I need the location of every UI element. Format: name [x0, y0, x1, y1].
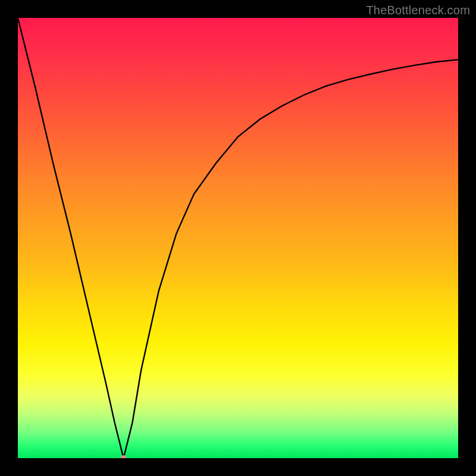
watermark-text: TheBottleneck.com	[366, 4, 470, 17]
curve-line	[18, 18, 458, 458]
plot-area	[18, 18, 458, 458]
bottleneck-curve	[18, 18, 458, 458]
chart-container: TheBottleneck.com	[0, 0, 476, 476]
optimal-point-marker	[121, 455, 127, 458]
